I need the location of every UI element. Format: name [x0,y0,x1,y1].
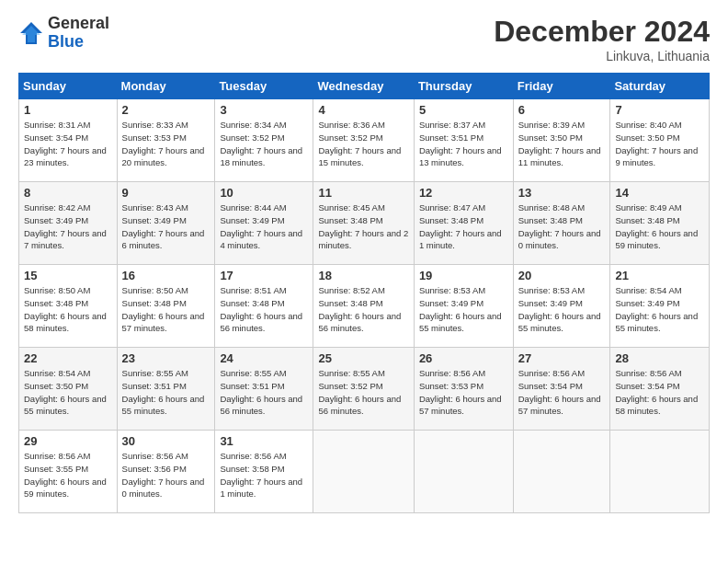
day-number: 12 [419,186,508,200]
day-info: Sunrise: 8:34 AM Sunset: 3:52 PM Dayligh… [220,119,308,169]
day-info: Sunrise: 8:55 AM Sunset: 3:51 PM Dayligh… [220,367,308,418]
table-row [610,431,710,513]
table-row: 2 Sunrise: 8:33 AM Sunset: 3:53 PM Dayli… [117,99,215,182]
day-number: 16 [122,269,210,282]
day-number: 26 [419,351,508,365]
col-tuesday: Tuesday [215,74,313,99]
table-row [513,431,610,513]
day-info: Sunrise: 8:56 AM Sunset: 3:58 PM Dayligh… [220,450,308,500]
table-row: 30 Sunrise: 8:56 AM Sunset: 3:56 PM Dayl… [117,431,215,513]
day-info: Sunrise: 8:45 AM Sunset: 3:48 PM Dayligh… [318,201,408,252]
day-info: Sunrise: 8:48 AM Sunset: 3:48 PM Dayligh… [518,201,606,252]
day-info: Sunrise: 8:42 AM Sunset: 3:49 PM Dayligh… [24,201,112,252]
day-info: Sunrise: 8:39 AM Sunset: 3:50 PM Dayligh… [518,119,606,169]
day-number: 29 [24,434,112,448]
day-info: Sunrise: 8:40 AM Sunset: 3:50 PM Dayligh… [615,119,704,169]
day-info: Sunrise: 8:54 AM Sunset: 3:49 PM Dayligh… [615,284,704,335]
table-row: 25 Sunrise: 8:55 AM Sunset: 3:52 PM Dayl… [313,348,414,431]
day-number: 21 [615,269,704,282]
table-row: 23 Sunrise: 8:55 AM Sunset: 3:51 PM Dayl… [117,348,215,431]
day-number: 11 [318,186,408,200]
table-row: 15 Sunrise: 8:50 AM Sunset: 3:48 PM Dayl… [19,265,118,348]
day-info: Sunrise: 8:43 AM Sunset: 3:49 PM Dayligh… [122,201,210,252]
day-info: Sunrise: 8:36 AM Sunset: 3:52 PM Dayligh… [318,119,408,169]
day-info: Sunrise: 8:56 AM Sunset: 3:54 PM Dayligh… [615,367,704,418]
day-number: 13 [518,186,606,200]
day-number: 18 [318,269,408,282]
day-info: Sunrise: 8:55 AM Sunset: 3:51 PM Dayligh… [122,367,210,418]
logo: General Blue [18,15,109,52]
table-row: 21 Sunrise: 8:54 AM Sunset: 3:49 PM Dayl… [610,265,710,348]
day-number: 4 [318,103,408,117]
day-info: Sunrise: 8:56 AM Sunset: 3:56 PM Dayligh… [122,450,210,500]
logo-icon [18,20,44,46]
day-number: 5 [419,103,508,117]
day-number: 17 [220,269,308,282]
day-number: 28 [615,351,704,365]
day-info: Sunrise: 8:52 AM Sunset: 3:48 PM Dayligh… [318,284,408,335]
table-row: 14 Sunrise: 8:49 AM Sunset: 3:48 PM Dayl… [610,182,710,265]
day-number: 19 [419,269,508,282]
logo-text: General Blue [48,15,109,52]
table-row: 18 Sunrise: 8:52 AM Sunset: 3:48 PM Dayl… [313,265,414,348]
day-number: 9 [122,186,210,200]
table-row: 12 Sunrise: 8:47 AM Sunset: 3:48 PM Dayl… [414,182,513,265]
col-friday: Friday [513,74,610,99]
day-info: Sunrise: 8:56 AM Sunset: 3:53 PM Dayligh… [419,367,508,418]
table-row: 3 Sunrise: 8:34 AM Sunset: 3:52 PM Dayli… [215,99,313,182]
day-number: 27 [518,351,606,365]
table-row: 24 Sunrise: 8:55 AM Sunset: 3:51 PM Dayl… [215,348,313,431]
day-info: Sunrise: 8:33 AM Sunset: 3:53 PM Dayligh… [122,119,210,169]
day-info: Sunrise: 8:50 AM Sunset: 3:48 PM Dayligh… [122,284,210,335]
title-block: December 2024 Linkuva, Lithuania [494,15,710,63]
table-row: 27 Sunrise: 8:56 AM Sunset: 3:54 PM Dayl… [513,348,610,431]
svg-marker-1 [22,26,40,42]
day-number: 6 [518,103,606,117]
page: General Blue December 2024 Linkuva, Lith… [0,0,728,523]
day-number: 22 [24,351,112,365]
header: General Blue December 2024 Linkuva, Lith… [18,15,710,63]
table-row: 10 Sunrise: 8:44 AM Sunset: 3:49 PM Dayl… [215,182,313,265]
table-row: 13 Sunrise: 8:48 AM Sunset: 3:48 PM Dayl… [513,182,610,265]
logo-blue-text: Blue [48,33,109,52]
day-info: Sunrise: 8:47 AM Sunset: 3:48 PM Dayligh… [419,201,508,252]
day-number: 14 [615,186,704,200]
location: Linkuva, Lithuania [494,49,710,63]
col-sunday: Sunday [19,74,118,99]
day-number: 23 [122,351,210,365]
table-row: 5 Sunrise: 8:37 AM Sunset: 3:51 PM Dayli… [414,99,513,182]
day-number: 8 [24,186,112,200]
table-row: 8 Sunrise: 8:42 AM Sunset: 3:49 PM Dayli… [19,182,118,265]
col-wednesday: Wednesday [313,74,414,99]
table-row: 16 Sunrise: 8:50 AM Sunset: 3:48 PM Dayl… [117,265,215,348]
day-number: 25 [318,351,408,365]
table-row: 29 Sunrise: 8:56 AM Sunset: 3:55 PM Dayl… [19,431,118,513]
day-number: 30 [122,434,210,448]
col-thursday: Thursday [414,74,513,99]
table-row: 28 Sunrise: 8:56 AM Sunset: 3:54 PM Dayl… [610,348,710,431]
day-info: Sunrise: 8:53 AM Sunset: 3:49 PM Dayligh… [419,284,508,335]
day-info: Sunrise: 8:50 AM Sunset: 3:48 PM Dayligh… [24,284,112,335]
day-info: Sunrise: 8:54 AM Sunset: 3:50 PM Dayligh… [24,367,112,418]
day-info: Sunrise: 8:44 AM Sunset: 3:49 PM Dayligh… [220,201,308,252]
day-number: 1 [24,103,112,117]
day-number: 10 [220,186,308,200]
calendar-header-row: Sunday Monday Tuesday Wednesday Thursday… [19,74,710,99]
day-info: Sunrise: 8:56 AM Sunset: 3:54 PM Dayligh… [518,367,606,418]
day-info: Sunrise: 8:37 AM Sunset: 3:51 PM Dayligh… [419,119,508,169]
day-number: 15 [24,269,112,282]
day-info: Sunrise: 8:56 AM Sunset: 3:55 PM Dayligh… [24,450,112,500]
table-row: 9 Sunrise: 8:43 AM Sunset: 3:49 PM Dayli… [117,182,215,265]
table-row: 17 Sunrise: 8:51 AM Sunset: 3:48 PM Dayl… [215,265,313,348]
table-row: 20 Sunrise: 8:53 AM Sunset: 3:49 PM Dayl… [513,265,610,348]
table-row: 6 Sunrise: 8:39 AM Sunset: 3:50 PM Dayli… [513,99,610,182]
day-number: 2 [122,103,210,117]
col-monday: Monday [117,74,215,99]
day-number: 7 [615,103,704,117]
day-info: Sunrise: 8:53 AM Sunset: 3:49 PM Dayligh… [518,284,606,335]
logo-general-text: General [48,15,109,33]
day-info: Sunrise: 8:31 AM Sunset: 3:54 PM Dayligh… [24,119,112,169]
day-number: 3 [220,103,308,117]
day-number: 24 [220,351,308,365]
day-info: Sunrise: 8:55 AM Sunset: 3:52 PM Dayligh… [318,367,408,418]
